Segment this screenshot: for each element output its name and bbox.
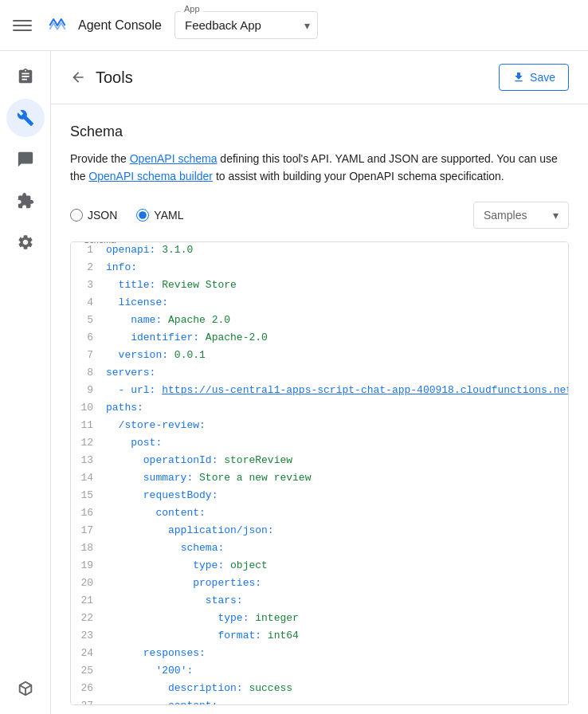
line-number: 12 xyxy=(71,435,103,453)
back-button[interactable] xyxy=(70,69,86,85)
openapi-builder-link[interactable]: OpenAPI schema builder xyxy=(88,170,213,182)
save-button[interactable]: Save xyxy=(499,64,569,91)
code-line: 18 schema: xyxy=(71,540,568,558)
code-line: 17 application/json: xyxy=(71,523,568,540)
line-number: 4 xyxy=(71,295,103,312)
tools-header: Tools Save xyxy=(51,51,588,104)
line-number: 2 xyxy=(71,260,103,277)
line-content: servers: xyxy=(103,365,159,382)
code-line: 9 - url: https://us-central1-apps-script… xyxy=(71,382,568,400)
line-content: stars: xyxy=(103,593,246,610)
save-icon xyxy=(512,71,525,84)
line-content: '200': xyxy=(103,663,196,681)
line-content: license: xyxy=(103,295,171,312)
line-content: type: object xyxy=(103,558,271,575)
line-number: 21 xyxy=(71,593,103,610)
code-line: 4 license: xyxy=(71,295,568,312)
line-content: responses: xyxy=(103,645,209,663)
samples-dropdown[interactable]: Samples ▾ xyxy=(473,202,569,229)
code-line: 25 '200': xyxy=(71,663,568,681)
code-line: 27 content: xyxy=(71,698,568,704)
app-selector-wrapper[interactable]: App Feedback App ▾ xyxy=(174,11,318,39)
menu-icon[interactable] xyxy=(13,16,32,35)
code-line: 24 responses: xyxy=(71,645,568,663)
top-bar: Agent Console App Feedback App ▾ xyxy=(0,0,588,51)
line-number: 18 xyxy=(71,540,103,558)
code-line: 26 description: success xyxy=(71,681,568,698)
line-content: description: success xyxy=(103,681,296,698)
line-content: post: xyxy=(103,435,165,453)
code-line: 14 summary: Store a new review xyxy=(71,470,568,488)
code-line: 5 name: Apache 2.0 xyxy=(71,312,568,330)
schema-description: Provide the OpenAPI schema defining this… xyxy=(70,150,569,186)
line-number: 23 xyxy=(71,628,103,645)
openapi-schema-link[interactable]: OpenAPI schema xyxy=(130,152,218,165)
code-line: 2info: xyxy=(71,260,568,277)
line-number: 13 xyxy=(71,453,103,470)
line-number: 7 xyxy=(71,347,103,365)
json-radio-label[interactable]: JSON xyxy=(70,209,117,222)
sidebar-item-extensions[interactable] xyxy=(6,182,45,220)
code-line: 6 identifier: Apache-2.0 xyxy=(71,330,568,347)
code-line: 15 requestBody: xyxy=(71,488,568,505)
line-content: requestBody: xyxy=(103,488,221,505)
line-content: schema: xyxy=(103,540,227,558)
line-number: 10 xyxy=(71,400,103,418)
line-content: openapi: 3.1.0 xyxy=(103,242,196,260)
line-content: identifier: Apache-2.0 xyxy=(103,330,271,347)
app-dropdown[interactable]: Feedback App xyxy=(174,11,318,39)
line-content: content: xyxy=(103,698,221,704)
line-content: format: int64 xyxy=(103,628,302,645)
line-content: - url: https://us-central1-apps-script-c… xyxy=(103,382,568,400)
sidebar-item-clipboard[interactable] xyxy=(6,57,45,96)
line-number: 25 xyxy=(71,663,103,681)
code-line: 3 title: Review Store xyxy=(71,277,568,295)
line-content: version: 0.0.1 xyxy=(103,347,209,365)
line-content: info: xyxy=(103,260,140,277)
save-label: Save xyxy=(530,71,555,84)
sidebar xyxy=(0,51,51,714)
line-number: 9 xyxy=(71,382,103,400)
line-content: properties: xyxy=(103,575,265,593)
line-number: 26 xyxy=(71,681,103,698)
sidebar-item-chat[interactable] xyxy=(6,140,45,178)
schema-title: Schema xyxy=(70,124,569,140)
code-line: 7 version: 0.0.1 xyxy=(71,347,568,365)
code-line: 1openapi: 3.1.0 xyxy=(71,242,568,260)
json-radio[interactable] xyxy=(70,209,83,222)
agent-console-label: Agent Console xyxy=(78,18,162,33)
content-area: Tools Save Schema Provide the OpenAPI sc… xyxy=(51,51,588,714)
line-content: name: Apache 2.0 xyxy=(103,312,233,330)
line-number: 1 xyxy=(71,242,103,260)
code-line: 22 type: integer xyxy=(71,610,568,628)
code-editor-wrapper: Schema 1openapi: 3.1.02info:3 title: Rev… xyxy=(70,241,569,705)
sidebar-item-cube[interactable] xyxy=(6,669,45,708)
code-line: 12 post: xyxy=(71,435,568,453)
code-line: 23 format: int64 xyxy=(71,628,568,645)
line-number: 5 xyxy=(71,312,103,330)
code-line: 16 content: xyxy=(71,505,568,523)
line-content: operationId: storeReview xyxy=(103,453,296,470)
line-number: 22 xyxy=(71,610,103,628)
code-editor[interactable]: 1openapi: 3.1.02info:3 title: Review Sto… xyxy=(71,242,568,704)
line-number: 20 xyxy=(71,575,103,593)
line-content: /store-review: xyxy=(103,418,209,435)
line-number: 3 xyxy=(71,277,103,295)
editor-label: Schema xyxy=(80,241,119,245)
yaml-radio[interactable] xyxy=(136,209,149,222)
line-number: 17 xyxy=(71,523,103,540)
yaml-radio-label[interactable]: YAML xyxy=(136,209,183,222)
line-content: paths: xyxy=(103,400,147,418)
line-content: summary: Store a new review xyxy=(103,470,314,488)
sidebar-item-settings[interactable] xyxy=(6,223,45,261)
code-line: 13 operationId: storeReview xyxy=(71,453,568,470)
logo-area: Agent Console xyxy=(45,13,162,38)
line-number: 19 xyxy=(71,558,103,575)
code-line: 19 type: object xyxy=(71,558,568,575)
line-number: 11 xyxy=(71,418,103,435)
sidebar-item-tools[interactable] xyxy=(6,99,45,137)
line-number: 8 xyxy=(71,365,103,382)
line-content: title: Review Store xyxy=(103,277,240,295)
agent-console-logo xyxy=(45,13,70,38)
json-label: JSON xyxy=(88,209,117,222)
